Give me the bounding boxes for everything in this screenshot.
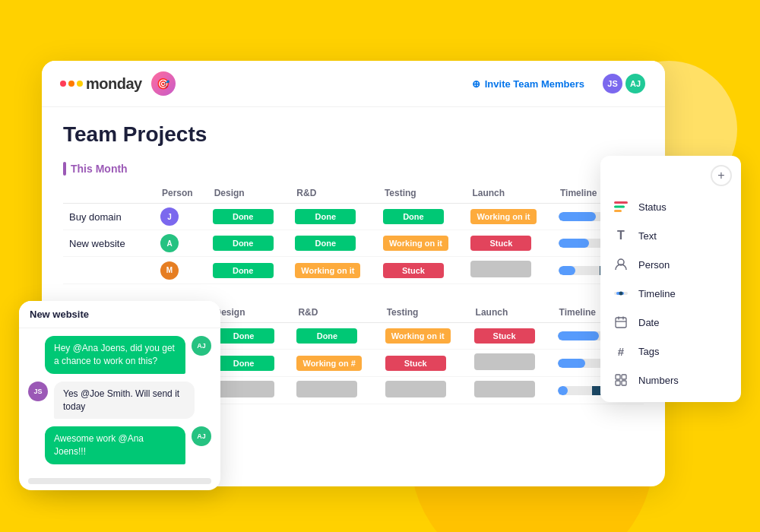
text-icon: T xyxy=(613,227,629,244)
chat-bubble: Hey @Ana Joens, did you get a chance to … xyxy=(45,336,185,374)
app-header: monday 🎯 ⊕ Invite Team Members JS AJ xyxy=(42,61,665,107)
col-task xyxy=(63,183,154,204)
table-row: M Done Working on it Stuck xyxy=(63,257,644,284)
status-badge: Working on it xyxy=(385,328,451,344)
timeline-icon xyxy=(613,285,629,302)
invite-label: Invite Team Members xyxy=(485,78,584,90)
status-empty xyxy=(296,381,357,397)
col-option-label-status: Status xyxy=(638,201,667,213)
status-badge: Done xyxy=(295,209,356,224)
person-icon xyxy=(613,256,629,273)
svg-rect-2 xyxy=(614,210,622,212)
chat-card: New website AJ Hey @Ana Joens, did you g… xyxy=(19,301,220,490)
svg-point-6 xyxy=(619,292,623,296)
chat-message: JS Yes @Joe Smith. Will send it today xyxy=(28,382,211,420)
logo-dot-red xyxy=(60,81,66,87)
chat-avatar: JS xyxy=(28,382,48,401)
svg-rect-1 xyxy=(614,206,625,208)
status-badge: Done xyxy=(296,328,357,344)
svg-rect-7 xyxy=(616,318,626,328)
header-icon: 🎯 xyxy=(151,71,176,96)
add-column-button[interactable]: + xyxy=(711,165,732,186)
table-row: Buy domain J Done Done Done Working on i… xyxy=(63,204,644,230)
avatar-group: JS AJ xyxy=(601,72,647,95)
numbers-icon xyxy=(613,372,629,388)
status-badge: Done xyxy=(213,263,274,278)
chat-bubble: Yes @Joe Smith. Will send it today xyxy=(54,382,195,420)
invite-button[interactable]: ⊕ Invite Team Members xyxy=(464,74,592,94)
status-badge: Working on # xyxy=(296,356,361,371)
col-option-person[interactable]: Person xyxy=(600,250,741,279)
status-badge: Done xyxy=(213,236,274,251)
column-picker: + Status T Text Person Timeline Date # T… xyxy=(600,156,741,402)
chat-bubble: Awesome work @Ana Joens!!! xyxy=(45,426,185,464)
table-row: New website A Done Done Working on it St… xyxy=(63,230,644,257)
col-option-label-numbers: Numbers xyxy=(638,375,679,386)
status-empty xyxy=(474,381,535,397)
col-design: Design xyxy=(207,183,290,204)
logo-dot-orange xyxy=(68,81,74,87)
column-picker-header: + xyxy=(600,163,741,192)
header-right: ⊕ Invite Team Members JS AJ xyxy=(464,72,647,95)
col-option-tags[interactable]: # Tags xyxy=(600,337,741,366)
board-table-1: Person Design R&D Testing Launch Timelin… xyxy=(63,183,644,284)
col-option-status[interactable]: Status xyxy=(600,192,741,221)
status-badge: Working on it xyxy=(383,236,448,251)
logo-dots xyxy=(60,81,83,87)
status-icon xyxy=(613,198,629,215)
status-badge: Stuck xyxy=(470,236,531,251)
col-option-numbers[interactable]: Numbers xyxy=(600,366,741,394)
col-launch: Launch xyxy=(464,183,553,204)
chat-messages: AJ Hey @Ana Joens, did you get a chance … xyxy=(19,328,220,472)
status-empty xyxy=(474,353,535,370)
status-empty xyxy=(470,261,531,277)
logo: monday xyxy=(60,75,142,93)
status-badge: Working on it xyxy=(295,263,360,278)
section1-title: This Month xyxy=(63,162,644,176)
status-badge: Done xyxy=(214,328,274,344)
col-option-text[interactable]: T Text xyxy=(600,221,741,250)
svg-rect-0 xyxy=(614,201,628,204)
chat-footer xyxy=(19,472,220,490)
header-left: monday 🎯 xyxy=(60,71,176,96)
col-option-label-person: Person xyxy=(638,259,670,271)
col-person: Person xyxy=(154,183,207,204)
task-name: Buy domain xyxy=(69,211,122,223)
status-empty xyxy=(385,381,446,397)
col-rnd: R&D xyxy=(289,183,377,204)
avatar-user1[interactable]: JS xyxy=(601,72,624,95)
avatar-user2[interactable]: AJ xyxy=(624,72,647,95)
status-badge: Done xyxy=(383,209,444,224)
svg-rect-11 xyxy=(616,375,620,379)
person-avatar: J xyxy=(160,207,179,226)
date-icon xyxy=(613,314,629,331)
chat-message: AJ Awesome work @Ana Joens!!! xyxy=(28,426,211,464)
status-badge: Stuck xyxy=(474,328,535,344)
col-testing: Testing xyxy=(379,302,468,323)
svg-rect-13 xyxy=(616,381,620,385)
chat-header: New website xyxy=(19,301,220,328)
status-badge: Done xyxy=(213,209,274,224)
col-launch: Launch xyxy=(468,302,552,323)
col-option-timeline[interactable]: Timeline xyxy=(600,279,741,308)
status-empty xyxy=(214,381,274,397)
chat-message: AJ Hey @Ana Joens, did you get a chance … xyxy=(28,336,211,374)
col-option-label-text: Text xyxy=(638,230,657,242)
page-title: Team Projects xyxy=(63,122,644,147)
task-name: New website xyxy=(69,238,125,249)
chat-avatar: AJ xyxy=(192,426,211,446)
svg-rect-14 xyxy=(622,381,626,385)
col-rnd: R&D xyxy=(290,302,378,323)
person-avatar: M xyxy=(160,261,179,280)
tags-icon: # xyxy=(613,343,629,359)
col-testing: Testing xyxy=(377,183,465,204)
col-option-date[interactable]: Date xyxy=(600,308,741,337)
status-badge: Working on it xyxy=(470,209,536,224)
status-badge: Stuck xyxy=(383,263,444,278)
col-option-label-tags: Tags xyxy=(638,346,659,357)
status-badge: Done xyxy=(214,356,274,371)
svg-rect-12 xyxy=(622,375,626,379)
chat-input-bar[interactable] xyxy=(28,478,211,484)
person-avatar: A xyxy=(160,234,179,252)
col-option-label-date: Date xyxy=(638,317,659,328)
